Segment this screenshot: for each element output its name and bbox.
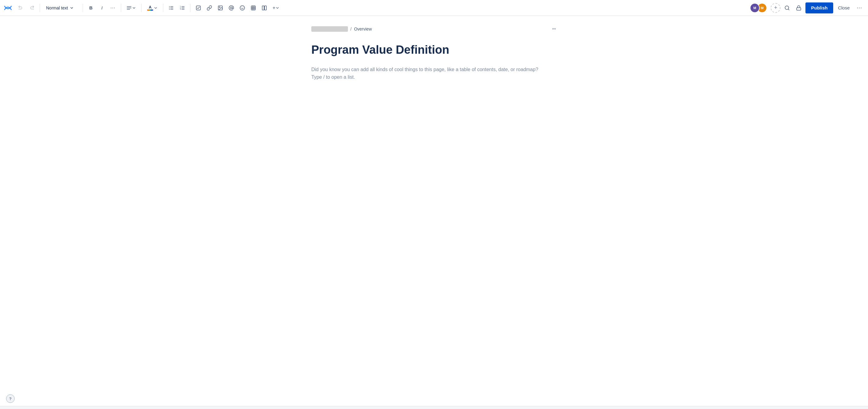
insert-button[interactable]: + [271,3,282,13]
status-bar [0,406,868,409]
redo-button[interactable] [27,3,37,13]
breadcrumb-separator: / [350,27,351,31]
more-text-options-button[interactable]: ··· [108,3,118,13]
collaborators-avatars: M M [750,3,767,13]
svg-line-34 [788,9,789,10]
content-area: / Overview ↔ Program Value Definition Di… [0,16,868,406]
svg-point-6 [169,6,170,7]
columns-button[interactable] [259,3,269,13]
image-button[interactable] [215,3,225,13]
close-button[interactable]: Close [835,2,853,13]
help-button[interactable]: ? [6,395,14,403]
undo-button[interactable] [16,3,26,13]
expand-width-icon[interactable]: ↔ [551,26,557,32]
hint-line2: Type / to open a list. [311,74,355,80]
link-button[interactable] [205,3,214,13]
more-options-button[interactable]: ··· [855,3,864,13]
divider-6 [190,4,190,12]
svg-rect-22 [251,6,255,10]
hint-line1: Did you know you can add all kinds of co… [311,67,538,72]
publish-button[interactable]: Publish [805,2,833,13]
divider-1 [40,4,40,12]
restrict-button[interactable] [794,3,804,13]
svg-point-8 [169,9,170,9]
divider-5 [163,4,163,12]
text-style-dropdown[interactable]: Normal text [43,3,80,13]
toolbar: Normal text B I ··· A 1.2.3. [0,0,868,16]
ordered-list-button[interactable]: 1.2.3. [177,3,187,13]
svg-point-19 [240,5,245,10]
svg-rect-28 [265,6,267,10]
task-button[interactable] [193,3,203,13]
svg-text:3.: 3. [180,8,181,10]
svg-point-7 [169,7,170,8]
svg-rect-35 [797,8,801,10]
avatar-user1: M [750,3,760,13]
divider-3 [121,4,121,12]
align-button[interactable] [124,3,138,13]
svg-text:M: M [761,6,764,10]
page-title[interactable]: Program Value Definition [311,43,557,57]
editor-hint: Did you know you can add all kinds of co… [311,66,557,81]
editor-container: / Overview ↔ Program Value Definition Di… [297,16,571,96]
text-style-label: Normal text [46,5,68,10]
italic-button[interactable]: I [97,3,107,13]
search-button[interactable] [782,3,792,13]
table-button[interactable] [248,3,258,13]
mention-button[interactable] [226,3,236,13]
breadcrumb-current[interactable]: Overview [354,27,372,31]
svg-rect-27 [262,6,264,10]
app-logo[interactable] [4,4,12,12]
toolbar-right: M M + Publish Close ··· [750,2,864,13]
breadcrumb: / Overview ↔ [311,26,557,32]
bold-button[interactable]: B [86,3,96,13]
divider-2 [83,4,83,12]
svg-point-17 [219,7,220,7]
add-collaborator-button[interactable]: + [771,3,780,13]
emoji-button[interactable] [238,3,247,13]
text-color-button[interactable]: A [145,3,160,13]
bullet-list-button[interactable] [166,3,176,13]
breadcrumb-parent-placeholder [311,26,348,32]
svg-text:M: M [753,6,756,10]
svg-point-18 [230,7,232,9]
divider-4 [141,4,142,12]
